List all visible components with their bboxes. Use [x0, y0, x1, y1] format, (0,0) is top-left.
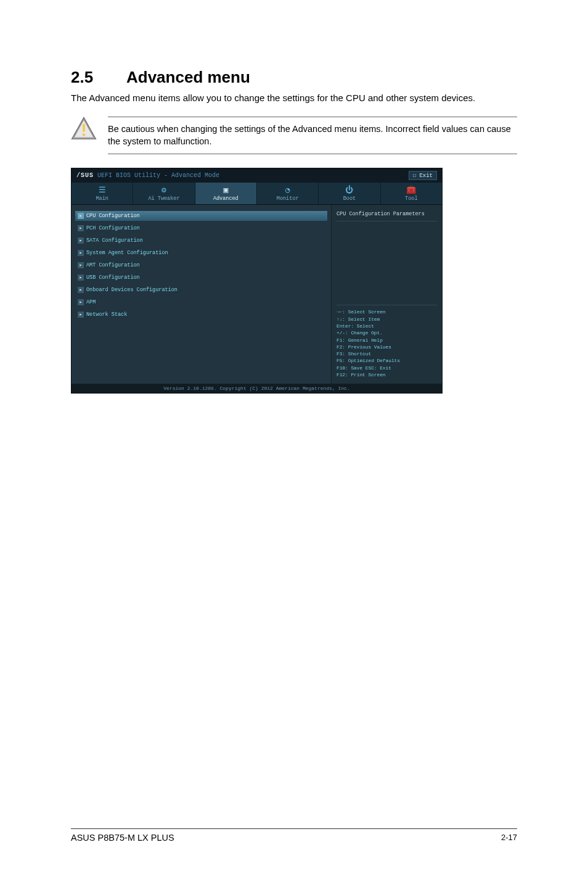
- key-hint: →←: Select Screen: [337, 309, 437, 316]
- bios-tab-bar: ☰ Main ⚙ Ai Tweaker ▣ Advanced ◔ Monitor…: [71, 183, 442, 205]
- menu-item-network-stack[interactable]: ▸ Network Stack: [75, 310, 327, 320]
- tab-main[interactable]: ☰ Main: [71, 183, 133, 204]
- bios-titlebar: /SUS UEFI BIOS Utility - Advanced Mode ☐…: [71, 168, 442, 183]
- tab-label: Ai Tweaker: [148, 196, 179, 202]
- tab-advanced[interactable]: ▣ Advanced: [195, 183, 257, 204]
- chevron-right-icon: ▸: [78, 311, 84, 318]
- menu-item-label: Network Stack: [86, 311, 127, 318]
- key-hint: F12: Print Screen: [337, 372, 437, 379]
- intro-paragraph: The Advanced menu items allow you to cha…: [71, 92, 517, 104]
- key-hint: F2: Previous Values: [337, 344, 437, 351]
- chip-icon: ▣: [195, 186, 256, 194]
- menu-item-label: APM: [86, 299, 96, 305]
- bios-footer: Version 2.10.1208. Copyright (C) 2012 Am…: [71, 384, 442, 393]
- bios-menu-list: ▸ CPU Configuration ▸ PCH Configuration …: [71, 205, 331, 384]
- menu-item-onboard-devices-configuration[interactable]: ▸ Onboard Devices Configuration: [75, 285, 327, 295]
- menu-item-label: AMT Configuration: [86, 262, 140, 268]
- chevron-right-icon: ▸: [78, 237, 84, 244]
- menu-item-label: System Agent Configuration: [86, 250, 168, 256]
- menu-item-cpu-configuration[interactable]: ▸ CPU Configuration: [75, 211, 327, 221]
- menu-item-label: PCH Configuration: [86, 225, 140, 231]
- chevron-right-icon: ▸: [78, 299, 84, 305]
- caution-callout: Be cautious when changing the settings o…: [71, 117, 517, 154]
- tab-label: Main: [96, 196, 108, 202]
- bios-body: ▸ CPU Configuration ▸ PCH Configuration …: [71, 205, 442, 384]
- heading-number: 2.5: [71, 68, 126, 87]
- exit-button[interactable]: ☐ Exit: [409, 171, 437, 180]
- menu-item-usb-configuration[interactable]: ▸ USB Configuration: [75, 273, 327, 283]
- footer-page-number: 2-17: [501, 833, 517, 843]
- svg-rect-2: [83, 124, 85, 132]
- power-icon: ⏻: [319, 186, 380, 194]
- chevron-right-icon: ▸: [78, 274, 84, 281]
- chevron-right-icon: ▸: [78, 250, 84, 256]
- toolbox-icon: 🧰: [381, 186, 442, 194]
- svg-point-3: [83, 133, 86, 136]
- tab-label: Boot: [343, 196, 356, 202]
- key-hint-list: →←: Select Screen ↑↓: Select Item Enter:…: [337, 305, 437, 379]
- gear-icon: ⚙: [133, 186, 194, 194]
- menu-item-sata-configuration[interactable]: ▸ SATA Configuration: [75, 236, 327, 245]
- menu-item-label: SATA Configuration: [86, 237, 143, 244]
- chevron-right-icon: ▸: [78, 225, 84, 231]
- chevron-right-icon: ▸: [78, 287, 84, 293]
- bios-title: /SUS UEFI BIOS Utility - Advanced Mode: [76, 172, 219, 179]
- page-footer: ASUS P8B75-M LX PLUS 2-17: [71, 828, 517, 843]
- key-hint: F3: Shortcut: [337, 351, 437, 358]
- help-title: CPU Configuration Parameters: [337, 211, 437, 221]
- gauge-icon: ◔: [257, 186, 318, 194]
- exit-icon: ☐: [413, 173, 420, 179]
- tab-label: Advanced: [213, 196, 239, 202]
- bios-help-panel: CPU Configuration Parameters →←: Select …: [331, 205, 442, 384]
- tab-boot[interactable]: ⏻ Boot: [319, 183, 380, 204]
- key-hint: +/-: Change Opt.: [337, 330, 437, 337]
- list-icon: ☰: [71, 186, 133, 194]
- menu-item-amt-configuration[interactable]: ▸ AMT Configuration: [75, 260, 327, 270]
- key-hint: F5: Optimized Defaults: [337, 358, 437, 365]
- tab-label: Monitor: [277, 196, 299, 202]
- key-hint: F10: Save ESC: Exit: [337, 365, 437, 372]
- menu-item-label: Onboard Devices Configuration: [86, 287, 178, 293]
- caution-icon: [71, 117, 97, 140]
- tab-label: Tool: [405, 196, 417, 202]
- tab-monitor[interactable]: ◔ Monitor: [257, 183, 319, 204]
- exit-label: Exit: [419, 173, 433, 179]
- key-hint: Enter: Select: [337, 323, 437, 330]
- menu-item-label: CPU Configuration: [86, 213, 140, 219]
- bios-title-suffix: UEFI BIOS Utility - Advanced Mode: [97, 172, 219, 179]
- chevron-right-icon: ▸: [78, 262, 84, 268]
- menu-item-apm[interactable]: ▸ APM: [75, 297, 327, 307]
- footer-model: ASUS P8B75-M LX PLUS: [71, 833, 174, 843]
- key-hint: F1: General Help: [337, 337, 437, 344]
- tab-tool[interactable]: 🧰 Tool: [381, 183, 442, 204]
- caution-text: Be cautious when changing the settings o…: [108, 117, 517, 154]
- key-hint: ↑↓: Select Item: [337, 316, 437, 323]
- menu-item-label: USB Configuration: [86, 274, 140, 281]
- bios-screenshot: /SUS UEFI BIOS Utility - Advanced Mode ☐…: [71, 168, 443, 394]
- chevron-right-icon: ▸: [78, 213, 84, 219]
- menu-item-pch-configuration[interactable]: ▸ PCH Configuration: [75, 223, 327, 233]
- heading-title: Advanced menu: [126, 68, 250, 86]
- tab-ai-tweaker[interactable]: ⚙ Ai Tweaker: [133, 183, 195, 204]
- section-heading: 2.5Advanced menu: [71, 68, 517, 87]
- bios-brand: /SUS: [76, 172, 94, 179]
- menu-item-system-agent-configuration[interactable]: ▸ System Agent Configuration: [75, 248, 327, 258]
